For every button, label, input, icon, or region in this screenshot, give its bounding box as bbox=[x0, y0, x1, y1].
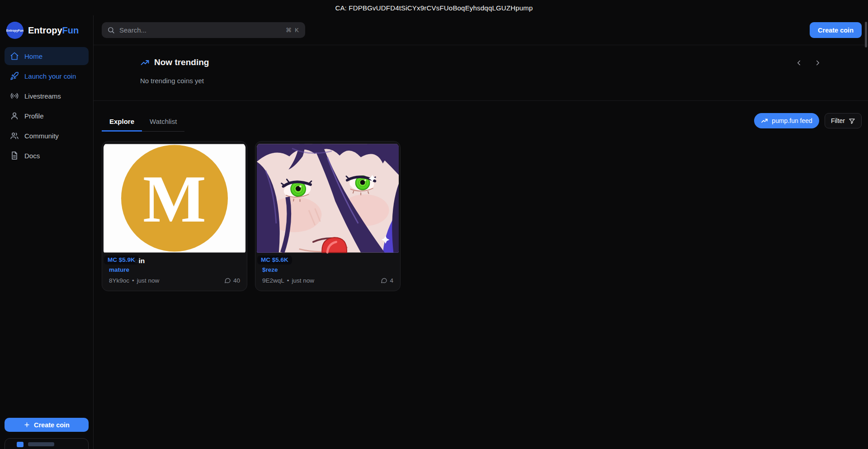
trending-carousel-nav bbox=[792, 56, 825, 70]
sidebar: EntropyFun EntropyFun Home Launch your c… bbox=[0, 15, 94, 449]
carousel-next-button[interactable] bbox=[811, 56, 825, 70]
brand-logo-icon: EntropyFun bbox=[6, 22, 24, 39]
created-time: just now bbox=[137, 277, 160, 284]
anime-portrait-image bbox=[257, 143, 399, 254]
home-icon bbox=[10, 52, 19, 61]
filter-button[interactable]: Filter bbox=[825, 113, 862, 128]
create-coin-button-top[interactable]: Create coin bbox=[810, 22, 862, 38]
sidebar-item-label: Docs bbox=[24, 152, 40, 160]
creator-address[interactable]: 9E2wqL bbox=[262, 277, 284, 284]
coin-card-footer: 8Yk9oc • just now 40 bbox=[109, 277, 240, 284]
brand-name: EntropyFun bbox=[28, 25, 79, 36]
brand[interactable]: EntropyFun EntropyFun bbox=[5, 21, 89, 47]
trending-title-row: Now trending bbox=[140, 57, 821, 67]
sidebar-item-docs[interactable]: Docs bbox=[5, 147, 89, 165]
create-coin-label: Create coin bbox=[34, 421, 70, 429]
plus-icon bbox=[24, 421, 30, 428]
sidebar-item-label: Home bbox=[24, 52, 42, 60]
meta-bullet: • bbox=[132, 277, 134, 284]
coin-ticker: $reze bbox=[262, 266, 393, 273]
coin-meta: 9E2wqL • just now bbox=[262, 277, 314, 284]
comment-count: 4 bbox=[381, 277, 393, 284]
chat-bubble-icon bbox=[381, 277, 387, 284]
users-icon bbox=[10, 131, 19, 140]
sidebar-item-community[interactable]: Community bbox=[5, 127, 89, 145]
sidebar-item-livestreams[interactable]: Livestreams bbox=[5, 87, 89, 105]
search-bar: ⌘ K bbox=[102, 22, 305, 38]
coin-card-info: MC $5.6K $reze 9E2wqL • just now 4 bbox=[257, 254, 399, 289]
app-shell: EntropyFun EntropyFun Home Launch your c… bbox=[0, 15, 868, 449]
trending-title: Now trending bbox=[154, 57, 209, 67]
filter-label: Filter bbox=[831, 117, 845, 124]
sidebar-item-label: Launch your coin bbox=[24, 72, 76, 80]
brand-name-primary: Entropy bbox=[28, 25, 62, 35]
tab-watchlist[interactable]: Watchlist bbox=[142, 112, 184, 132]
main-content: ⌘ K Create coin Now trending No trending… bbox=[94, 15, 868, 449]
market-cap-badge: MC $5.6K bbox=[257, 255, 292, 265]
trending-up-icon bbox=[761, 117, 768, 124]
created-time: just now bbox=[292, 277, 315, 284]
coin-meta: 8Yk9oc • just now bbox=[109, 277, 159, 284]
coin-card[interactable]: MC $5.6K $reze 9E2wqL • just now 4 bbox=[255, 141, 401, 291]
coin-image-anime bbox=[257, 143, 399, 254]
partial-label-hint bbox=[28, 442, 54, 446]
broadcast-icon bbox=[10, 91, 19, 100]
sidebar-item-launch-your-coin[interactable]: Launch your coin bbox=[5, 67, 89, 85]
sidebar-item-label: Livestreams bbox=[24, 92, 61, 100]
search-icon bbox=[107, 26, 115, 34]
pump-fun-feed-label: pump.fun feed bbox=[772, 117, 812, 124]
coin-card-footer: 9E2wqL • just now 4 bbox=[262, 277, 393, 284]
document-icon bbox=[10, 151, 19, 160]
contract-address-bar: CA: FDPBGvUDFD4tSiCYx9rCVsFUoBoqEyhsdqqL… bbox=[0, 0, 868, 15]
scrollbar-thumb[interactable] bbox=[865, 22, 867, 47]
user-icon bbox=[10, 111, 19, 120]
trending-section: Now trending No trending coins yet bbox=[94, 45, 868, 101]
sidebar-item-label: Community bbox=[24, 132, 59, 140]
comment-count: 40 bbox=[224, 277, 240, 284]
sidebar-item-label: Profile bbox=[24, 112, 44, 120]
wallet-icon bbox=[17, 442, 24, 447]
chevron-right-icon bbox=[814, 59, 822, 67]
sidebar-bottom: Create coin bbox=[5, 418, 89, 449]
coin-name bbox=[288, 257, 393, 265]
sidebar-item-home[interactable]: Home bbox=[5, 47, 89, 65]
brand-name-accent: Fun bbox=[62, 25, 79, 35]
trending-up-icon bbox=[140, 58, 150, 67]
sidebar-item-profile[interactable]: Profile bbox=[5, 107, 89, 125]
coin-image-gold-letter: M bbox=[104, 143, 245, 254]
pump-fun-feed-button[interactable]: pump.fun feed bbox=[754, 113, 819, 128]
coin-ticker: mature bbox=[109, 266, 240, 273]
feed-controls: pump.fun feed Filter bbox=[754, 113, 862, 128]
sidebar-nav: Home Launch your coin Livestreams Profil… bbox=[5, 47, 89, 165]
comment-count-value: 4 bbox=[390, 277, 393, 284]
partial-action-button[interactable] bbox=[5, 438, 89, 449]
contract-address-text[interactable]: CA: FDPBGvUDFD4tSiCYx9rCVsFUoBoqEyhsdqqL… bbox=[335, 4, 533, 12]
comment-count-value: 40 bbox=[233, 277, 240, 284]
brand-logo-text: EntropyFun bbox=[6, 29, 24, 32]
rocket-icon bbox=[10, 71, 19, 80]
coin-card-info: MC $5.9K oin mature 8Yk9oc • just now 40 bbox=[104, 254, 245, 289]
coin-card-grid: M MC $5.9K oin mature 8Yk9oc • just now bbox=[94, 132, 868, 291]
meta-bullet: • bbox=[287, 277, 289, 284]
search-input[interactable] bbox=[119, 26, 281, 34]
explore-header: Explore Watchlist pump.fun feed Filter bbox=[94, 101, 868, 132]
market-cap-badge: MC $5.9K bbox=[104, 255, 139, 265]
svg-text:M: M bbox=[143, 162, 206, 236]
creator-address[interactable]: 8Yk9oc bbox=[109, 277, 129, 284]
funnel-icon bbox=[849, 118, 855, 124]
chat-bubble-icon bbox=[224, 277, 231, 284]
topbar: ⌘ K Create coin bbox=[94, 15, 868, 45]
trending-empty-message: No trending coins yet bbox=[140, 77, 821, 85]
gold-letter-logo-image: M bbox=[104, 143, 245, 254]
search-shortcut: ⌘ K bbox=[286, 27, 300, 33]
coin-card[interactable]: M MC $5.9K oin mature 8Yk9oc • just now bbox=[102, 141, 247, 291]
tab-explore[interactable]: Explore bbox=[102, 112, 142, 132]
create-coin-button-sidebar[interactable]: Create coin bbox=[5, 418, 89, 432]
chevron-left-icon bbox=[795, 59, 803, 67]
carousel-prev-button[interactable] bbox=[792, 56, 806, 70]
coin-name: oin bbox=[134, 257, 240, 265]
tabs: Explore Watchlist bbox=[102, 112, 184, 132]
